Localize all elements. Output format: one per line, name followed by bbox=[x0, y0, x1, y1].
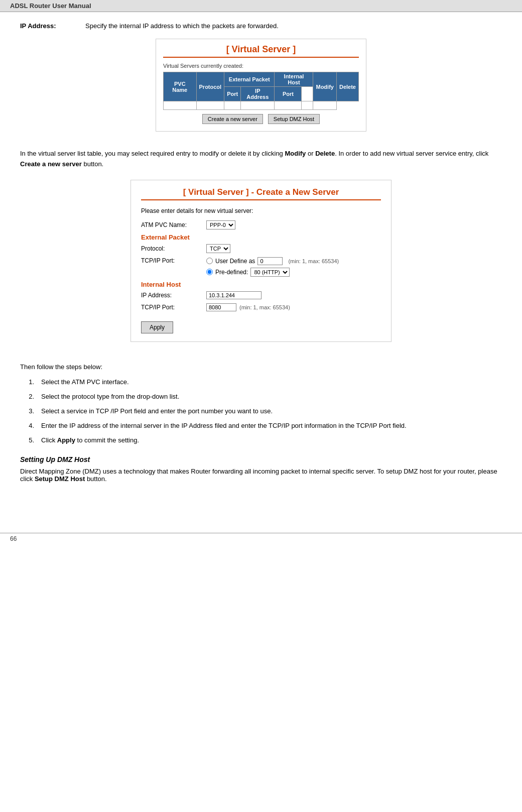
step5-bold: Apply bbox=[57, 436, 75, 444]
vs-image-title: [ Virtual Server ] bbox=[163, 44, 359, 58]
para1-bold1: Modify bbox=[285, 150, 306, 157]
page-footer: 66 bbox=[0, 533, 522, 544]
protocol-label: Protocol: bbox=[141, 245, 206, 252]
atm-pvc-select[interactable]: PPP-0 bbox=[206, 220, 235, 229]
page-number: 66 bbox=[10, 535, 17, 542]
list-item: 5. Click Apply to commit the setting. bbox=[20, 435, 502, 446]
virtual-server-image-box: [ Virtual Server ] Virtual Servers curre… bbox=[156, 39, 366, 132]
ip-address-section: IP Address: Specify the internal IP addr… bbox=[20, 22, 502, 30]
ip-address-description: Specify the internal IP address to which… bbox=[85, 22, 502, 30]
para1-text3: button. bbox=[82, 160, 103, 168]
step-num-4: 4. bbox=[20, 421, 34, 431]
tcpip-port-options: User Define as (min: 1, max: 65534) Pre-… bbox=[206, 257, 339, 277]
para1-or: or bbox=[306, 150, 315, 157]
apply-section: Apply bbox=[141, 316, 381, 333]
create-server-subtitle: Please enter details for new virtual ser… bbox=[141, 207, 381, 214]
step-text-5: Click Apply to commit the setting. bbox=[41, 435, 139, 446]
internal-port-hint: (min: 1, max: 65534) bbox=[239, 304, 290, 310]
col-modify: Modify bbox=[313, 72, 336, 101]
protocol-row: Protocol: TCP bbox=[141, 244, 381, 253]
step-num-1: 1. bbox=[20, 377, 34, 388]
step-text-1: Select the ATM PVC interface. bbox=[41, 377, 129, 388]
tcpip-port-row: TCP/IP Port: User Define as (min: 1, max… bbox=[141, 257, 381, 277]
step5-text-before: Click bbox=[41, 436, 57, 444]
setup-dmz-host-button[interactable]: Setup DMZ Host bbox=[268, 114, 320, 124]
col-protocol: Protocol bbox=[196, 72, 224, 101]
radio-user-define-input[interactable] bbox=[206, 258, 213, 264]
col-external-packet: External Packet bbox=[224, 72, 275, 87]
list-item: 3. Select a service in TCP /IP Port fiel… bbox=[20, 406, 502, 417]
atm-pvc-row: ATM PVC Name: PPP-0 bbox=[141, 220, 381, 229]
col-int-port: Port bbox=[275, 87, 302, 101]
header-title: ADSL Router User Manual bbox=[10, 2, 91, 10]
user-define-hint: (min: 1, max: 65534) bbox=[288, 258, 339, 264]
dmz-title: Setting Up DMZ Host bbox=[20, 455, 502, 463]
vs-table: PVC Name Protocol External Packet Intern… bbox=[163, 72, 359, 110]
predefined-select[interactable]: 80 (HTTP) bbox=[250, 268, 290, 277]
internal-ip-row: IP Address: bbox=[141, 291, 381, 299]
virtual-server-para: In the virtual server list table, you ma… bbox=[20, 149, 502, 170]
apply-button[interactable]: Apply bbox=[141, 321, 173, 333]
internal-port-input[interactable] bbox=[206, 303, 236, 311]
internal-port-row: TCP/IP Port: (min: 1, max: 65534) bbox=[141, 303, 381, 311]
user-define-input[interactable] bbox=[257, 257, 283, 265]
create-server-title: [ Virtual Server ] - Create a New Server bbox=[141, 187, 381, 200]
page-header: ADSL Router User Manual bbox=[0, 0, 522, 12]
steps-section: Then follow the steps below: 1. Select t… bbox=[20, 362, 502, 446]
para1-text2: . In order to add new virtual server ser… bbox=[335, 150, 488, 157]
step-list: 1. Select the ATM PVC interface. 2. Sele… bbox=[20, 377, 502, 445]
col-internal-host: Internal Host bbox=[275, 72, 313, 87]
step5-text-after: to commit the setting. bbox=[75, 436, 139, 444]
dmz-para: Direct Mapping Zone (DMZ) uses a technol… bbox=[20, 468, 502, 483]
step-text-4: Enter the IP address of the internal ser… bbox=[41, 421, 407, 431]
create-new-server-button[interactable]: Create a new server bbox=[202, 114, 263, 124]
radio-user-define-label: User Define as bbox=[215, 258, 255, 265]
external-packet-label: External Packet bbox=[141, 234, 381, 241]
vs-image-subtitle: Virtual Servers currently created: bbox=[163, 63, 359, 69]
radio-user-define: User Define as (min: 1, max: 65534) bbox=[206, 257, 339, 265]
internal-ip-input[interactable] bbox=[206, 291, 262, 299]
col-int-ip: IP Address bbox=[241, 87, 275, 101]
internal-port-label: TCP/IP Port: bbox=[141, 304, 206, 311]
col-pvc-name: PVC Name bbox=[164, 72, 197, 101]
table-row bbox=[164, 101, 359, 110]
list-item: 4. Enter the IP address of the internal … bbox=[20, 421, 502, 431]
ip-address-label: IP Address: bbox=[20, 22, 75, 30]
internal-ip-label: IP Address: bbox=[141, 292, 206, 299]
radio-predefined-label: Pre-defined: bbox=[215, 269, 248, 276]
tcpip-port-label: TCP/IP Port: bbox=[141, 257, 206, 264]
step-num-5: 5. bbox=[20, 435, 34, 446]
steps-intro: Then follow the steps below: bbox=[20, 362, 502, 373]
vs-buttons: Create a new server Setup DMZ Host bbox=[163, 114, 359, 124]
step-text-2: Select the protocol type from the drop-d… bbox=[41, 392, 179, 402]
step-num-2: 2. bbox=[20, 392, 34, 402]
para1-text: In the virtual server list table, you ma… bbox=[20, 150, 285, 157]
radio-predefined-input[interactable] bbox=[206, 269, 213, 275]
dmz-bold: Setup DMZ Host bbox=[35, 475, 85, 483]
list-item: 1. Select the ATM PVC interface. bbox=[20, 377, 502, 388]
step-num-3: 3. bbox=[20, 406, 34, 417]
protocol-select[interactable]: TCP bbox=[206, 244, 230, 253]
para1-bold2: Delete bbox=[315, 150, 335, 157]
internal-host-label: Internal Host bbox=[141, 281, 381, 288]
dmz-text-after: button. bbox=[85, 475, 106, 483]
atm-pvc-label: ATM PVC Name: bbox=[141, 221, 206, 228]
col-ext-port: Port bbox=[224, 87, 241, 101]
radio-predefined: Pre-defined: 80 (HTTP) bbox=[206, 268, 339, 277]
main-content: IP Address: Specify the internal IP addr… bbox=[0, 12, 522, 503]
step-text-3: Select a service in TCP /IP Port field a… bbox=[41, 406, 273, 417]
list-item: 2. Select the protocol type from the dro… bbox=[20, 392, 502, 402]
para1-bold3: Create a new server bbox=[20, 160, 82, 168]
create-server-box: [ Virtual Server ] - Create a New Server… bbox=[130, 180, 392, 342]
col-delete: Delete bbox=[336, 72, 358, 101]
dmz-section: Setting Up DMZ Host Direct Mapping Zone … bbox=[20, 455, 502, 483]
